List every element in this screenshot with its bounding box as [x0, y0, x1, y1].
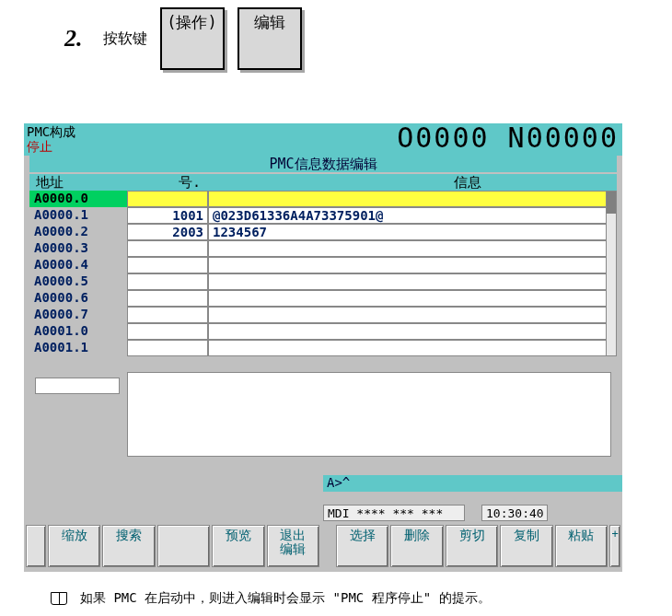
note-row: 如果 PMC 在启动中，则进入编辑时会显示 "PMC 程序停止" 的提示。 [51, 590, 491, 607]
data-table: A0000.0A0000.11001@023D61336A4A73375901@… [29, 191, 617, 356]
softkey-预览[interactable]: 预览 [212, 525, 264, 567]
header-number: 号. [127, 174, 208, 191]
cell-info[interactable]: 1234567 [208, 224, 617, 240]
step-number: 2. [64, 25, 83, 52]
table-row[interactable]: A0000.5 [29, 273, 617, 290]
cell-info[interactable] [208, 191, 617, 207]
cell-address[interactable]: A0001.1 [29, 340, 127, 356]
stop-label: 停止 [27, 139, 52, 156]
table-row[interactable]: A0000.22003 1234567 [29, 224, 617, 240]
cell-number[interactable] [127, 240, 208, 257]
command-line[interactable]: A>^ [323, 475, 622, 492]
softkey-剪切[interactable]: 剪切 [446, 525, 498, 567]
softkey-edit-button[interactable]: 编辑 [238, 7, 302, 70]
table-row[interactable]: A0000.7 [29, 307, 617, 323]
cell-number[interactable] [127, 307, 208, 323]
softkey-more[interactable]: + [609, 525, 620, 567]
cell-number[interactable] [127, 340, 208, 356]
screen-subtitle: PMC信息数据编辑 [29, 156, 617, 172]
cell-info[interactable] [208, 340, 617, 356]
table-row[interactable]: A0000.6 [29, 290, 617, 307]
header-address: 地址 [29, 174, 127, 191]
softkey-搜索[interactable]: 搜索 [102, 525, 155, 567]
cell-info[interactable] [208, 307, 617, 323]
softkey-选择[interactable]: 选择 [336, 525, 388, 567]
table-row[interactable]: A0001.1 [29, 340, 617, 356]
cell-address[interactable]: A0000.4 [29, 257, 127, 273]
softkey-left-edge[interactable] [26, 525, 46, 567]
cell-number[interactable] [127, 257, 208, 273]
status-time: 10:30:40 [481, 505, 548, 521]
status-mode: MDI **** *** *** [323, 505, 465, 521]
cell-address[interactable]: A0001.0 [29, 323, 127, 340]
cell-address[interactable]: A0000.5 [29, 273, 127, 290]
input-field[interactable] [35, 378, 120, 394]
cell-info[interactable] [208, 323, 617, 340]
step-text: 按软键 [103, 29, 147, 49]
softkey-删除[interactable]: 删除 [390, 525, 443, 567]
title-bar: PMC构成 停止 O0000 N00000 [24, 123, 622, 156]
cell-address[interactable]: A0000.1 [29, 207, 127, 224]
note-text: 如果 PMC 在启动中，则进入编辑时会显示 "PMC 程序停止" 的提示。 [80, 590, 491, 607]
scrollbar[interactable] [606, 191, 617, 356]
cnc-screen: PMC构成 停止 O0000 N00000 PMC信息数据编辑 地址 号. 信息… [24, 123, 622, 572]
cell-address[interactable]: A0000.3 [29, 240, 127, 257]
softkey-operate-button[interactable]: (操作) [160, 7, 225, 70]
cell-info[interactable] [208, 257, 617, 273]
status-bar: MDI **** *** *** 10:30:40 [323, 505, 622, 521]
cell-address[interactable]: A0000.6 [29, 290, 127, 307]
cell-number[interactable]: 2003 [127, 224, 208, 240]
softkey-blank-2[interactable] [157, 525, 210, 567]
cell-info[interactable] [208, 273, 617, 290]
softkey-粘贴[interactable]: 粘贴 [555, 525, 608, 567]
cell-info[interactable] [208, 290, 617, 307]
cell-number[interactable] [127, 323, 208, 340]
table-row[interactable]: A0000.4 [29, 257, 617, 273]
softkey-exit-edit[interactable]: 退出编辑 [267, 525, 319, 567]
table-row[interactable]: A0000.3 [29, 240, 617, 257]
table-row[interactable]: A0001.0 [29, 323, 617, 340]
softkey-bar: 缩放搜索预览退出编辑选择删除剪切复制粘贴+ [24, 523, 622, 569]
cell-address[interactable]: A0000.7 [29, 307, 127, 323]
message-field[interactable] [127, 372, 611, 457]
cell-info[interactable] [208, 240, 617, 257]
cell-number[interactable] [127, 290, 208, 307]
cell-number[interactable]: 1001 [127, 207, 208, 224]
header-info: 信息 [208, 174, 617, 191]
cell-number[interactable] [127, 191, 208, 207]
book-icon [51, 592, 67, 605]
program-number: O0000 N00000 [397, 122, 619, 154]
softkey-缩放[interactable]: 缩放 [48, 525, 100, 567]
table-row[interactable]: A0000.0 [29, 191, 617, 207]
scrollbar-thumb[interactable] [607, 192, 616, 214]
softkey-复制[interactable]: 复制 [500, 525, 552, 567]
cell-address[interactable]: A0000.2 [29, 224, 127, 240]
table-header: 地址 号. 信息 [29, 174, 617, 191]
cell-info[interactable]: @023D61336A4A73375901@ [208, 207, 617, 224]
cell-number[interactable] [127, 273, 208, 290]
table-row[interactable]: A0000.11001@023D61336A4A73375901@ [29, 207, 617, 224]
cell-address[interactable]: A0000.0 [29, 191, 127, 207]
